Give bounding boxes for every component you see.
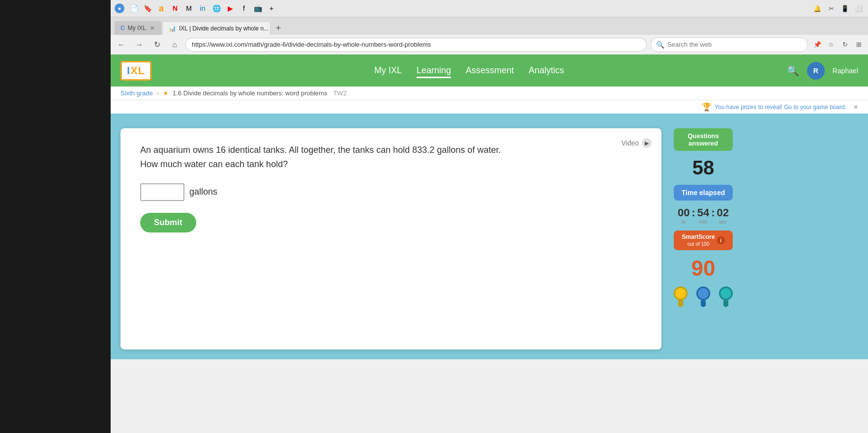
video-label: Video: [621, 139, 639, 147]
medal-teal-ribbon: [723, 300, 728, 307]
units-label: gallons: [189, 187, 217, 197]
ixl-user-name: Raphael: [833, 67, 858, 75]
search-bar[interactable]: 🔍: [651, 37, 808, 52]
forward-button[interactable]: →: [132, 38, 146, 52]
question-text: An aquarium owns 16 identical tanks. All…: [140, 143, 642, 172]
youtube-icon[interactable]: ▶: [225, 3, 236, 14]
breadcrumb-sep1: ›: [157, 89, 159, 97]
time-elapsed-label: Time elapsed: [682, 189, 725, 197]
browser-window: ● 📄 🔖 a N M in 🌐 ▶ f 📺 + 🔔 ✂ 📱 ⬜ C My IX…: [111, 0, 868, 433]
bookmark-icon[interactable]: 🔖: [142, 3, 153, 14]
pdf-icon[interactable]: 📄: [128, 3, 139, 14]
breadcrumb-topic: 1.6 Divide decimals by whole numbers: wo…: [173, 89, 327, 97]
home-button[interactable]: ⌂: [168, 38, 181, 52]
search-icon: 🔍: [656, 41, 664, 49]
netflix-icon[interactable]: N: [170, 3, 180, 14]
smartscore-button[interactable]: SmartScore out of 100 i: [674, 231, 733, 250]
timer-sep1: :: [691, 206, 695, 219]
address-bar-row: ← → ↻ ⌂ 🔍 📌 ☆ ↻ ⊞: [111, 35, 868, 55]
medals-row: [671, 287, 735, 309]
split-icon[interactable]: ⊞: [853, 39, 864, 50]
prizes-banner: 🏆 You have prizes to reveal! Go to your …: [111, 100, 868, 114]
tab-ixl-favicon: 📊: [169, 25, 176, 32]
scissors-icon[interactable]: ✂: [826, 3, 837, 14]
video-circle: ▶: [642, 138, 652, 148]
amazon-icon[interactable]: a: [156, 3, 167, 14]
linkedin-icon[interactable]: in: [197, 3, 208, 14]
ixl-main: Video ▶ An aquarium owns 16 identical ta…: [111, 114, 868, 359]
toolbar-icons: 📄 🔖 a N M in 🌐 ▶ f 📺 +: [128, 3, 277, 14]
prizes-text[interactable]: You have prizes to reveal! Go to your ga…: [715, 104, 846, 111]
facebook-icon[interactable]: f: [239, 3, 249, 14]
cast-icon[interactable]: 📱: [839, 3, 850, 14]
ixl-avatar[interactable]: R: [807, 62, 825, 80]
ixl-logo[interactable]: IXL: [120, 61, 151, 81]
tab-clever-favicon: C: [120, 25, 125, 31]
smartscore-info-icon: i: [717, 236, 725, 244]
tab-clever-label: My IXL: [128, 25, 146, 31]
breadcrumb: Sixth grade › ★ 1.6 Divide decimals by w…: [111, 87, 868, 100]
medal-teal-circle: [719, 287, 733, 300]
question-card: Video ▶ An aquarium owns 16 identical ta…: [120, 128, 661, 349]
tv-icon[interactable]: 📺: [252, 3, 263, 14]
new-tab-button[interactable]: +: [271, 21, 285, 35]
timer-seconds: 02: [717, 206, 729, 219]
nav-learning[interactable]: Learning: [417, 63, 451, 78]
notification-icon[interactable]: 🔔: [812, 3, 823, 14]
search-input[interactable]: [667, 41, 803, 48]
medal-gold-ribbon: [678, 300, 683, 307]
globe-icon[interactable]: 🌐: [211, 3, 222, 14]
address-input[interactable]: [185, 38, 647, 52]
gmail-icon[interactable]: M: [183, 3, 194, 14]
side-panel: Questions answered 58 Time elapsed 00 hr…: [671, 128, 735, 349]
trophy-icon: 🏆: [702, 102, 712, 112]
browser-action-icons: 🔔 ✂ 📱 ⬜: [812, 3, 864, 14]
ixl-header-right: 🔍 R Raphael: [787, 62, 858, 80]
answer-input[interactable]: [140, 183, 184, 201]
ixl-nav: My IXL Learning Assessment Analytics: [166, 63, 772, 78]
question-line1: An aquarium owns 16 identical tanks. All…: [140, 143, 642, 157]
answer-row: gallons: [140, 183, 642, 201]
star-icon[interactable]: ☆: [826, 39, 837, 50]
breadcrumb-star: ★: [163, 89, 169, 97]
tab-clever-close[interactable]: ✕: [149, 24, 155, 32]
ixl-search-icon[interactable]: 🔍: [787, 65, 799, 77]
back-button[interactable]: ←: [115, 38, 128, 52]
medal-gold: [671, 287, 690, 309]
tab-ixl[interactable]: 📊 IXL | Divide decimals by whole n... ✕: [162, 21, 270, 35]
question-line2: How much water can each tank hold?: [140, 157, 642, 172]
refresh-button[interactable]: ↻: [150, 38, 164, 52]
video-link[interactable]: Video ▶: [621, 138, 652, 148]
timer-display: 00 hr : 54 min : 02 sec: [678, 206, 729, 225]
timer-seconds-label: sec: [719, 219, 727, 225]
medal-teal: [717, 287, 735, 309]
questions-answered-button[interactable]: Questions answered: [674, 128, 733, 151]
new-tab-plus[interactable]: +: [266, 3, 277, 14]
timer-hours-label: hr: [682, 219, 686, 225]
sync-icon[interactable]: ↻: [839, 39, 850, 50]
ixl-header: IXL My IXL Learning Assessment Analytics…: [111, 55, 868, 87]
breadcrumb-area: Sixth grade › ★ 1.6 Divide decimals by w…: [111, 87, 868, 114]
timer-minutes-group: 54 min: [697, 206, 709, 225]
tabs-bar: C My IXL ✕ 📊 IXL | Divide decimals by wh…: [111, 17, 868, 35]
questions-answered-label: Questions answered: [688, 132, 719, 147]
medal-blue-circle: [696, 287, 710, 300]
prizes-close[interactable]: ✕: [853, 104, 858, 111]
timer-seconds-group: 02 sec: [717, 206, 729, 225]
tab-clever[interactable]: C My IXL ✕: [115, 21, 161, 35]
questions-count: 58: [692, 157, 715, 179]
window-icon[interactable]: ⬜: [853, 3, 864, 14]
nav-assessment[interactable]: Assessment: [466, 63, 514, 78]
submit-button[interactable]: Submit: [140, 213, 196, 232]
timer-sep2: :: [711, 206, 715, 219]
pin-icon[interactable]: 📌: [812, 39, 823, 50]
nav-my-ixl[interactable]: My IXL: [374, 63, 402, 78]
time-elapsed-button[interactable]: Time elapsed: [674, 185, 733, 201]
nav-analytics[interactable]: Analytics: [529, 63, 564, 78]
browser-icon: ●: [115, 3, 124, 13]
timer-minutes: 54: [697, 206, 709, 219]
breadcrumb-grade[interactable]: Sixth grade: [120, 89, 153, 97]
tab-ixl-label: IXL | Divide decimals by whole n...: [179, 25, 269, 32]
title-bar: ● 📄 🔖 a N M in 🌐 ▶ f 📺 + 🔔 ✂ 📱 ⬜: [111, 0, 868, 17]
medal-gold-circle: [674, 287, 688, 300]
